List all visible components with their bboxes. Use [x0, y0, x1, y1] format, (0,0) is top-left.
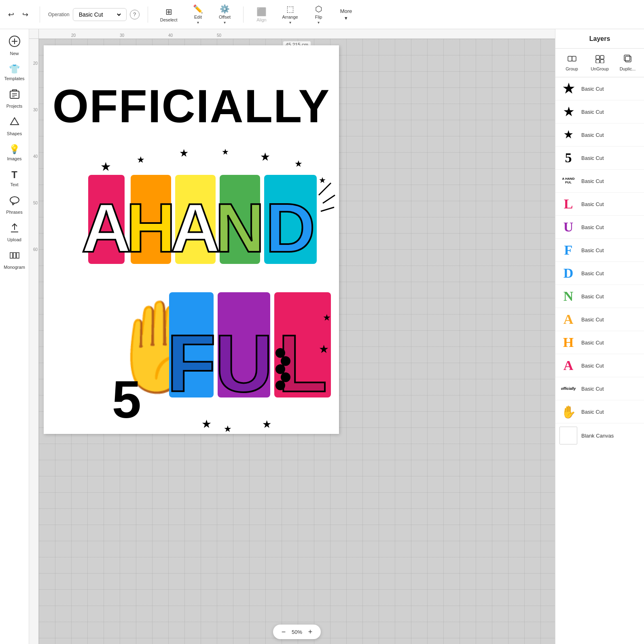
- canvas-area[interactable]: 20 30 40 50 20 30 40 50 60 45.215 cm: [29, 29, 555, 644]
- ruler-left-30: 30: [33, 108, 38, 112]
- layer-thumbnail: A: [559, 310, 577, 328]
- layer-thumbnail: F: [559, 241, 577, 259]
- svg-text:★: ★: [323, 312, 331, 323]
- undo-button[interactable]: ↩: [5, 8, 17, 21]
- layer-name: Basic Cut: [581, 386, 640, 392]
- ruler-left-40: 40: [33, 154, 38, 159]
- sidebar-item-images[interactable]: 💡 Images: [2, 141, 28, 164]
- zoom-in-button[interactable]: +: [305, 627, 315, 637]
- layer-item[interactable]: ★ Basic Cut: [555, 77, 644, 100]
- sidebar-item-shapes[interactable]: Shapes: [2, 113, 28, 139]
- svg-rect-68: [572, 56, 576, 61]
- svg-text:★: ★: [201, 418, 212, 430]
- svg-text:★: ★: [100, 160, 111, 173]
- undo-redo-group: ↩ ↪: [5, 8, 32, 21]
- zoom-out-button[interactable]: −: [279, 627, 288, 637]
- layer-item[interactable]: A Basic Cut: [555, 354, 644, 377]
- layers-panel: Layers Group UnGroup Duplic...: [555, 29, 644, 644]
- layer-item[interactable]: officially Basic Cut: [555, 377, 644, 400]
- layer-thumbnail: L: [559, 195, 577, 213]
- ungroup-button[interactable]: UnGroup: [587, 52, 613, 74]
- sidebar-item-templates[interactable]: 👕 Templates: [2, 61, 28, 84]
- svg-point-57: [281, 356, 290, 366]
- zoom-label: 50%: [292, 629, 302, 635]
- layer-item[interactable]: D Basic Cut: [555, 262, 644, 285]
- svg-text:★: ★: [319, 176, 326, 185]
- divider-3: [243, 6, 244, 23]
- redo-button[interactable]: ↪: [19, 8, 32, 21]
- svg-rect-73: [625, 56, 631, 62]
- layer-item[interactable]: A Basic Cut: [555, 308, 644, 331]
- operation-select[interactable]: Basic Cut Print Then Cut Draw Score Engr…: [73, 8, 127, 21]
- svg-point-8: [10, 197, 19, 203]
- group-button[interactable]: Group: [559, 52, 585, 74]
- svg-text:N: N: [215, 189, 265, 266]
- layer-item[interactable]: ✋ Basic Cut: [555, 400, 644, 423]
- more-action[interactable]: More ▾: [335, 6, 357, 23]
- shapes-icon: [9, 117, 20, 130]
- operation-dropdown[interactable]: Basic Cut Print Then Cut Draw Score Engr…: [77, 11, 122, 18]
- sidebar-item-phrases[interactable]: Phrases: [2, 192, 28, 218]
- svg-point-55: [275, 364, 285, 374]
- duplicate-button[interactable]: Duplic...: [614, 52, 641, 74]
- svg-text:★: ★: [319, 343, 329, 355]
- duplicate-label: Duplic...: [620, 66, 636, 71]
- flip-action[interactable]: ⬡ Flip ▾: [309, 2, 329, 26]
- svg-rect-70: [600, 55, 604, 59]
- zoom-bar: − 50% +: [273, 625, 321, 639]
- sidebar-item-projects[interactable]: Projects: [2, 86, 28, 112]
- layer-name: Basic Cut: [581, 340, 640, 346]
- ruler-top-40: 40: [168, 33, 173, 38]
- sidebar-item-text[interactable]: T Text: [2, 166, 28, 190]
- layer-item[interactable]: 5 Basic Cut: [555, 147, 644, 170]
- layer-item[interactable]: U Basic Cut: [555, 216, 644, 239]
- ruler-top-50: 50: [217, 33, 221, 38]
- layer-item[interactable]: F Basic Cut: [555, 239, 644, 262]
- deselect-action[interactable]: ⊞ Deselect: [156, 5, 182, 24]
- layer-thumbnail: N: [559, 287, 577, 305]
- layer-item[interactable]: A HANDFUL Basic Cut: [555, 170, 644, 193]
- sidebar-images-label: Images: [7, 156, 21, 161]
- svg-text:★: ★: [294, 159, 303, 169]
- layer-item[interactable]: N Basic Cut: [555, 285, 644, 308]
- more-arrow: ▾: [345, 15, 347, 21]
- layer-name: Basic Cut: [581, 132, 640, 138]
- layer-name: Basic Cut: [581, 363, 640, 369]
- sidebar-item-new[interactable]: New: [2, 32, 28, 59]
- sidebar-templates-label: Templates: [4, 76, 24, 81]
- new-icon: [9, 36, 20, 49]
- layer-item[interactable]: ★ Basic Cut: [555, 123, 644, 147]
- sidebar-item-monogram[interactable]: Monogram: [2, 247, 28, 273]
- svg-rect-71: [596, 60, 600, 63]
- svg-text:★: ★: [179, 147, 189, 159]
- sidebar-phrases-label: Phrases: [6, 210, 22, 215]
- layer-name: Basic Cut: [581, 224, 640, 230]
- layer-item[interactable]: ★ Basic Cut: [555, 100, 644, 123]
- canvas-content: 45.215 cm OFFICIALLY ★ ★ ★ ★ ★ ★: [39, 39, 555, 644]
- white-canvas: OFFICIALLY ★ ★ ★ ★ ★ ★ ★: [44, 45, 339, 434]
- layer-item[interactable]: L Basic Cut: [555, 193, 644, 216]
- text-icon: T: [11, 169, 17, 181]
- svg-rect-69: [596, 55, 600, 59]
- layer-name: Basic Cut: [581, 201, 640, 207]
- offset-action[interactable]: ⚙️ Offset ▾: [215, 2, 235, 26]
- svg-text:★: ★: [262, 418, 271, 430]
- layers-list: ★ Basic Cut ★ Basic Cut ★ Basic Cut 5 Ba…: [555, 77, 644, 644]
- blank-canvas-label: Blank Canvas: [581, 433, 614, 439]
- deselect-label: Deselect: [160, 17, 178, 22]
- ruler-top-20: 20: [71, 33, 76, 38]
- blank-canvas-item[interactable]: Blank Canvas: [555, 423, 644, 448]
- layer-item[interactable]: H Basic Cut: [555, 331, 644, 354]
- arrange-action[interactable]: ⬚ Arrange ▾: [278, 2, 302, 26]
- edit-action[interactable]: ✏️ Edit ▾: [188, 2, 208, 26]
- svg-rect-67: [568, 56, 572, 61]
- layer-thumbnail: H: [559, 334, 577, 351]
- svg-text:F: F: [167, 318, 216, 408]
- sidebar-item-upload[interactable]: Upload: [2, 219, 28, 245]
- svg-rect-72: [600, 60, 604, 63]
- layer-thumbnail: 5: [559, 149, 577, 167]
- align-action[interactable]: ⬛ Align: [252, 5, 272, 24]
- panel-title: Layers: [589, 35, 610, 43]
- help-button[interactable]: ?: [130, 10, 140, 19]
- ungroup-label: UnGroup: [591, 66, 609, 71]
